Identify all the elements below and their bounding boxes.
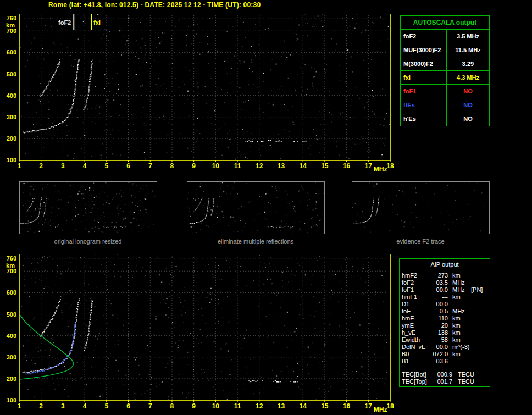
autoscaled-trace-dot [34,372,35,373]
aip-tec-divider [400,368,490,368]
x-tick-label: 2 [39,402,43,410]
x-tick-label: 17 [365,162,373,170]
aip-row-hve: h_vE 138 km [400,329,490,336]
interpreted-ionogram-plot: 123456789101112131415161718MHz1002003004… [6,254,394,413]
param-unit: km [448,272,469,279]
y-tick-label: 400 [7,333,16,339]
autoscaled-trace-dot [63,359,64,361]
param-label: hmE [402,315,429,322]
autoscaled-trace-dot [56,365,57,366]
autoscaled-trace-dot [54,366,55,367]
param-unit: MHz [448,279,469,286]
x-tick-label: 4 [83,162,87,170]
param-label: D1 [402,301,429,308]
aip-row-b0: B0 072.0 km [400,351,490,358]
foF2-marker-label: foF2 [58,19,71,26]
aip-row-tec-top: TEC[Top] 001.7 TECU [400,378,490,385]
autoscaled-trace-dot [51,367,52,368]
aip-row-b1: B1 03.6 [400,358,490,365]
aip-panel-title: AIP output [400,259,490,270]
autoscaled-trace-dot [74,329,75,330]
x-tick-label: 16 [343,402,351,410]
param-label: B1 [402,358,429,365]
plot-border [20,182,157,234]
y-tick-label: 760 [7,255,16,262]
autoscaled-trace-dot [41,370,42,371]
aip-row-hme: hmE 110 km [400,315,490,322]
autoscaled-trace-dot [73,344,74,345]
autoscaled-trace-dot [58,364,59,366]
param-label: foF2 [401,30,447,43]
x-tick-label: 1 [18,162,21,170]
x-tick-label: 6 [126,402,130,410]
x-axis-unit: MHz [374,165,387,173]
x-tick-label: 3 [61,162,65,170]
x-tick-label: 12 [256,402,263,410]
aip-row-tec-bot: TEC[Bot] 000.9 TECU [400,371,490,378]
x-tick-label: 8 [170,162,174,170]
param-flag [469,336,487,344]
thumbnail-caption-eliminate-multiples: eliminate multiple reflections [187,238,324,245]
autoscaled-trace-dot [49,368,51,369]
y-tick-label: 200 [7,375,16,382]
param-value: NO [447,85,489,98]
aip-row-delnve: DelN_vE 00.0 m^(-3) [400,344,490,351]
x-tick-label: 6 [126,162,130,170]
x-tick-label: 18 [386,402,394,410]
param-label: foE [402,308,429,315]
aip-tec-list: TEC[Bot] 000.9 TECU TEC[Top] 001.7 TECU [400,369,490,386]
autoscala-row-muf3000f2: MUF(3000)F2 11.5 MHz [401,43,489,57]
x-tick-label: 18 [386,162,394,170]
param-unit: km [448,336,469,344]
autoscaled-trace-dot [71,346,73,347]
autoscala-row-fxi: fxI 4.3 MHz [401,71,489,85]
x-tick-label: 13 [278,162,285,170]
autoscaled-trace-dot [69,351,70,352]
autoscaled-trace-dot [47,369,48,370]
y-tick-label: 700 [7,268,16,274]
autoscaled-trace-dot [74,334,75,335]
plot-border [20,254,391,401]
autoscaled-trace-dot [74,333,75,334]
x-tick-label: 10 [212,402,220,410]
autoscaled-trace-dot [37,372,38,373]
x-axis-unit: MHz [374,406,387,413]
autoscaled-trace-dot [73,340,74,341]
autoscaled-trace-dot [74,331,75,332]
autoscaled-trace-dot [38,370,40,372]
param-value: 4.3 MHz [447,71,489,84]
param-unit [448,301,469,308]
autoscaled-trace-dot [55,366,56,367]
x-tick-label: 11 [234,402,241,410]
autoscala-row-ftes: ftEs NO [401,98,489,112]
param-flag [469,351,487,358]
aip-row-yme: ymE 20 km [400,322,490,329]
autoscaled-trace-dot [42,370,43,372]
param-flag [469,315,487,322]
aip-row-hmf1: hmF1 --- km [400,294,490,301]
param-label: foF1 [402,286,429,294]
param-flag [469,358,487,365]
y-tick-label: 400 [7,92,16,99]
x-tick-label: 17 [365,402,373,410]
param-unit: TECU [452,378,487,385]
fxI-marker-label: fxI [93,19,101,26]
y-tick-label: 300 [7,114,16,120]
param-unit: km [448,315,469,322]
param-value: 3.29 [447,57,489,70]
autoscaled-trace-dot [62,361,63,362]
autoscaled-trace-dot [35,372,36,373]
param-value: 072.0 [429,351,448,358]
x-tick-label: 7 [148,402,152,410]
autoscaled-trace-dot [71,350,72,351]
autoscaled-trace-dot [70,352,71,353]
param-label: TEC[Bot] [402,371,434,378]
aip-row-d1: D1 00.0 [400,301,490,308]
autoscaled-trace-dot [74,327,75,328]
x-tick-label: 15 [321,402,329,410]
param-flag [469,294,487,301]
autoscaled-trace-dot [63,362,64,363]
param-label: M(3000)F2 [401,57,447,70]
param-unit: MHz [448,308,469,315]
param-label: foF2 [402,279,429,286]
